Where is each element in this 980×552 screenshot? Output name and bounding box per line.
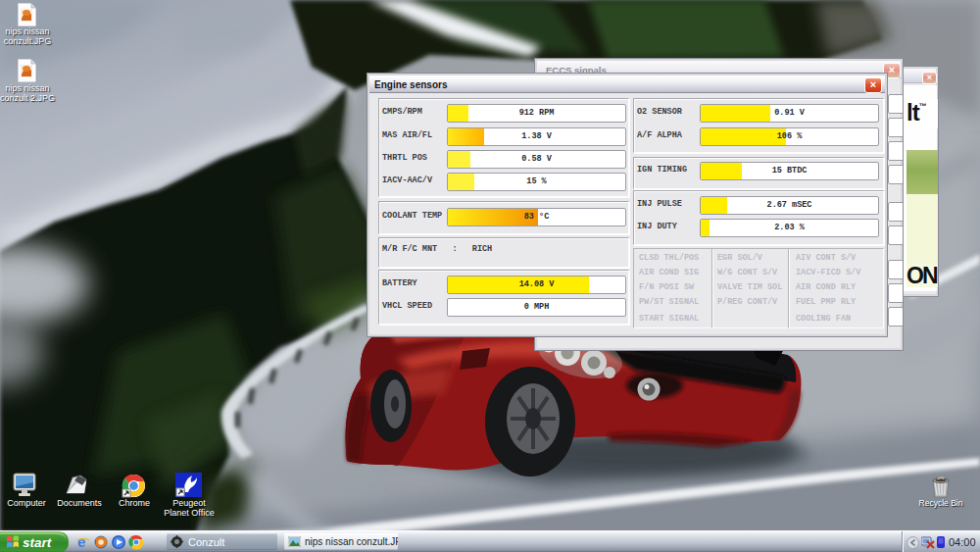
svg-text:e: e	[77, 534, 85, 550]
svg-text:start: start	[23, 535, 52, 550]
